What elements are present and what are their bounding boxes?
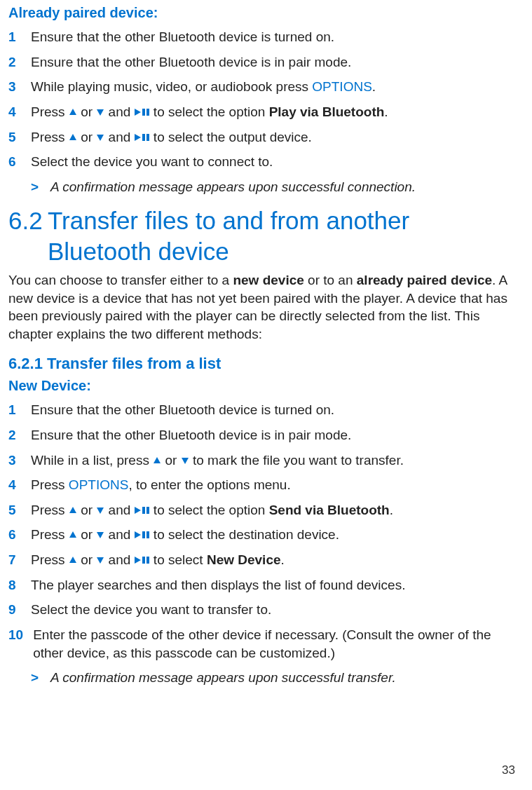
step: 2 Ensure that the other Bluetooth device…: [8, 53, 518, 71]
step: 10 Enter the passcode of the other devic…: [8, 626, 518, 662]
step-number: 2: [8, 426, 21, 444]
step: 9 Select the device you want to transfer…: [8, 601, 518, 619]
text-fragment: .: [390, 503, 393, 517]
option-name: Send via Bluetooth: [269, 503, 390, 517]
step: 6 Press or and to select the destination…: [8, 526, 518, 544]
text-fragment: .: [372, 79, 376, 94]
play-pause-icon: [135, 108, 150, 116]
down-arrow-icon: [96, 556, 104, 564]
option-name: Play via Bluetooth: [269, 104, 385, 119]
step-number: 4: [8, 476, 21, 494]
options-keyword: OPTIONS: [69, 477, 129, 492]
step-text: Press or and to select New Device.: [31, 551, 518, 569]
section-title: Transfer files to and from another Bluet…: [48, 205, 496, 267]
up-arrow-icon: [153, 456, 161, 465]
text-fragment: While playing music, video, or audiobook…: [31, 79, 312, 94]
step: 2 Ensure that the other Bluetooth device…: [8, 426, 518, 444]
text-fragment: and: [104, 552, 134, 567]
text-fragment: .: [384, 104, 388, 119]
text-fragment: While in a list, press: [31, 453, 153, 468]
down-arrow-icon: [96, 531, 104, 539]
result-note: > A confirmation message appears upon su…: [31, 178, 518, 196]
section-number: 6.2.1: [8, 355, 43, 372]
emphasis: new device: [233, 273, 303, 287]
text-fragment: .: [281, 552, 285, 567]
step-text: While in a list, press or to mark the fi…: [31, 451, 518, 470]
step-text: While playing music, video, or audiobook…: [31, 78, 518, 96]
chevron-right-icon: >: [31, 178, 41, 196]
text-fragment: or: [77, 503, 96, 517]
section-6-2-intro: You can choose to transfer either to a n…: [8, 271, 518, 343]
step-number: 2: [8, 53, 21, 71]
chevron-right-icon: >: [31, 669, 41, 687]
step-text: Press or and to select the output device…: [31, 128, 518, 147]
new-device-steps: 1 Ensure that the other Bluetooth device…: [8, 401, 518, 662]
up-arrow-icon: [69, 108, 77, 116]
down-arrow-icon: [96, 133, 104, 142]
option-name: New Device: [207, 552, 281, 567]
section-6-2-1-heading: 6.2.1 Transfer files from a list: [8, 353, 518, 374]
step-text: Select the device you want to connect to…: [31, 153, 518, 171]
step: 7 Press or and to select New Device.: [8, 551, 518, 569]
step-number: 3: [8, 78, 21, 96]
text-fragment: or: [77, 552, 96, 567]
text-fragment: to select the option: [150, 503, 269, 517]
step: 8 The player searches and then displays …: [8, 576, 518, 594]
up-arrow-icon: [69, 556, 77, 564]
step: 5 Press or and to select the option Send…: [8, 501, 518, 519]
step-number: 4: [8, 103, 21, 121]
down-arrow-icon: [96, 506, 104, 515]
section-title: Transfer files from a list: [47, 355, 221, 372]
up-arrow-icon: [69, 133, 77, 142]
text-fragment: and: [104, 104, 134, 119]
text-fragment: Press: [31, 503, 69, 517]
step-text: Ensure that the other Bluetooth device i…: [31, 28, 518, 46]
text-fragment: and: [104, 130, 134, 144]
text-fragment: You can choose to transfer either to a: [8, 273, 233, 287]
step: 4 Press or and to select the option Play…: [8, 103, 518, 121]
text-fragment: Press: [31, 552, 69, 567]
text-fragment: to select the destination device.: [150, 527, 339, 542]
down-arrow-icon: [181, 456, 189, 465]
step-number: 9: [8, 601, 21, 619]
step-number: 8: [8, 576, 21, 594]
already-paired-steps: 1 Ensure that the other Bluetooth device…: [8, 28, 518, 171]
step-text: Press or and to select the option Play v…: [31, 103, 518, 121]
text-fragment: or: [77, 527, 96, 542]
step-text: Enter the passcode of the other device i…: [33, 626, 518, 662]
text-fragment: Press: [31, 104, 69, 119]
step-number: 1: [8, 28, 21, 46]
step-text: Press or and to select the destination d…: [31, 526, 518, 544]
step: 3 While playing music, video, or audiobo…: [8, 78, 518, 96]
step-text: Ensure that the other Bluetooth device i…: [31, 53, 518, 71]
down-arrow-icon: [96, 108, 104, 116]
play-pause-icon: [135, 556, 150, 564]
new-device-heading: New Device:: [8, 376, 518, 395]
step-text: Select the device you want to transfer t…: [31, 601, 518, 619]
step-number: 10: [8, 626, 23, 644]
step: 1 Ensure that the other Bluetooth device…: [8, 28, 518, 46]
step: 5 Press or and to select the output devi…: [8, 128, 518, 147]
step-text: Ensure that the other Bluetooth device i…: [31, 426, 518, 444]
text-fragment: Press: [31, 130, 69, 144]
step-number: 7: [8, 551, 21, 569]
step-text: Ensure that the other Bluetooth device i…: [31, 401, 518, 419]
step-number: 5: [8, 501, 21, 519]
play-pause-icon: [135, 133, 150, 142]
up-arrow-icon: [69, 506, 77, 515]
step-text: Press OPTIONS, to enter the options menu…: [31, 476, 518, 494]
play-pause-icon: [135, 506, 150, 515]
already-paired-heading: Already paired device:: [8, 4, 518, 22]
section-number: 6.2: [8, 205, 48, 236]
step-number: 3: [8, 451, 21, 470]
text-fragment: and: [104, 527, 134, 542]
result-note: > A confirmation message appears upon su…: [31, 669, 518, 687]
text-fragment: to mark the file you want to transfer.: [189, 453, 404, 468]
text-fragment: or: [77, 130, 96, 144]
step: 6 Select the device you want to connect …: [8, 153, 518, 171]
result-text: A confirmation message appears upon succ…: [50, 178, 518, 196]
page-number: 33: [502, 763, 515, 779]
step: 1 Ensure that the other Bluetooth device…: [8, 401, 518, 419]
play-pause-icon: [135, 531, 150, 539]
emphasis: already paired device: [357, 273, 492, 287]
